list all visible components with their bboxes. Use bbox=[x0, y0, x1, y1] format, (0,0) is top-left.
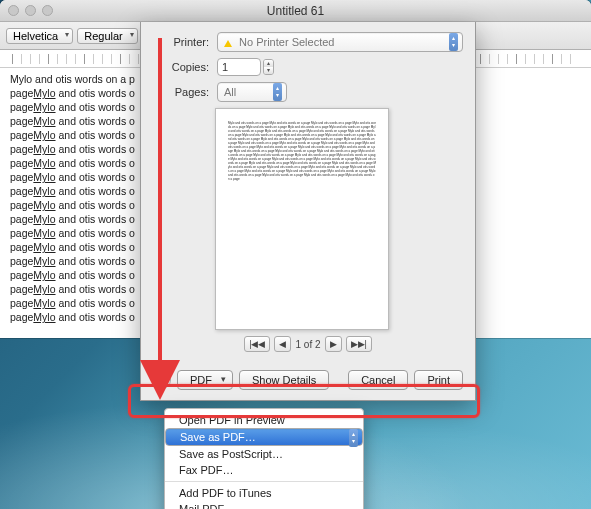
pdf-menu-item[interactable]: Mail PDF bbox=[165, 501, 363, 509]
pdf-menu-item[interactable]: Save as PDF… bbox=[165, 428, 363, 446]
page-last-button[interactable]: ▶▶| bbox=[346, 336, 372, 352]
page-indicator: 1 of 2 bbox=[295, 339, 320, 350]
preview-text: Mylo and otis words on a page Mylo and o… bbox=[228, 121, 376, 181]
cancel-button[interactable]: Cancel bbox=[348, 370, 408, 390]
page-prev-button[interactable]: ◀ bbox=[274, 336, 291, 352]
pdf-menu-item[interactable]: Open PDF in Preview bbox=[165, 412, 363, 428]
window-title: Untitled 61 bbox=[0, 4, 591, 18]
font-weight-select[interactable]: Regular bbox=[77, 28, 138, 44]
page-first-button[interactable]: |◀◀ bbox=[244, 336, 270, 352]
printer-label: Printer: bbox=[153, 36, 209, 48]
pdf-dropdown-menu: Open PDF in PreviewSave as PDF…Save as P… bbox=[164, 408, 364, 509]
copies-stepper[interactable]: ▴▾ bbox=[263, 59, 274, 75]
print-preview: Mylo and otis words on a page Mylo and o… bbox=[215, 108, 389, 330]
show-details-button[interactable]: Show Details bbox=[239, 370, 329, 390]
pdf-menu-item[interactable]: Add PDF to iTunes bbox=[165, 485, 363, 501]
page-navigator: |◀◀ ◀ 1 of 2 ▶ ▶▶| bbox=[153, 336, 463, 352]
page-next-button[interactable]: ▶ bbox=[325, 336, 342, 352]
pdf-menu-button[interactable]: PDF bbox=[177, 370, 233, 390]
print-dialog: Printer: No Printer Selected Copies: ▴▾ … bbox=[140, 22, 476, 401]
help-button[interactable]: ? bbox=[153, 371, 171, 389]
print-button[interactable]: Print bbox=[414, 370, 463, 390]
printer-select[interactable]: No Printer Selected bbox=[217, 32, 463, 52]
traffic-lights[interactable] bbox=[8, 5, 53, 16]
copies-label: Copies: bbox=[153, 61, 209, 73]
warning-icon bbox=[224, 40, 232, 47]
pdf-menu-item[interactable]: Save as PostScript… bbox=[165, 446, 363, 462]
pdf-menu-item[interactable]: Fax PDF… bbox=[165, 462, 363, 478]
pages-select[interactable]: All bbox=[217, 82, 287, 102]
font-family-select[interactable]: Helvetica bbox=[6, 28, 73, 44]
copies-input[interactable] bbox=[217, 58, 261, 76]
titlebar[interactable]: Untitled 61 bbox=[0, 0, 591, 22]
pages-label: Pages: bbox=[153, 86, 209, 98]
